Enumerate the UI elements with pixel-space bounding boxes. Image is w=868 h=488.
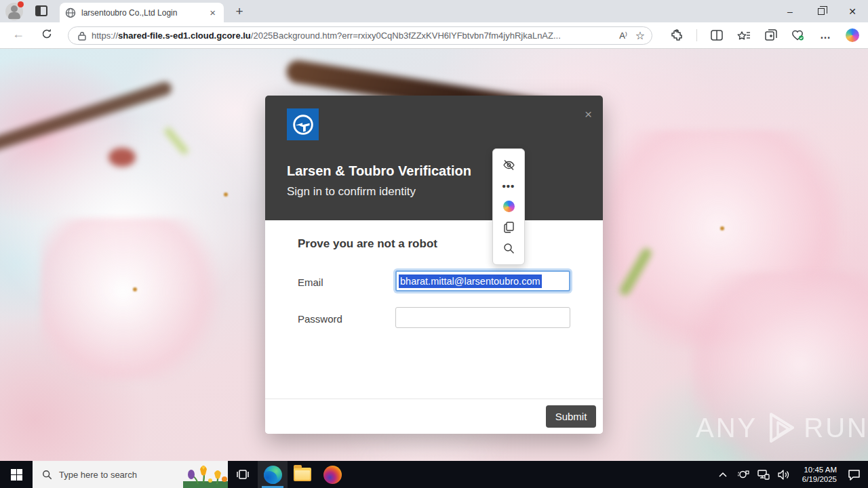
extensions-icon[interactable] xyxy=(669,28,684,43)
tab-title: larsentoubro Co.,Ltd Login xyxy=(81,8,207,18)
stamen-decoration xyxy=(133,287,137,291)
robot-heading: Prove you are not a robot xyxy=(298,237,437,251)
copilot-menu-icon[interactable] xyxy=(500,199,517,215)
edge-icon xyxy=(264,466,282,484)
back-button[interactable]: ← xyxy=(12,27,24,41)
clock-time: 10:45 AM xyxy=(796,465,837,474)
collections-icon[interactable] xyxy=(764,28,778,43)
leaf-decoration xyxy=(163,126,190,155)
divider xyxy=(696,29,697,41)
hidden-icons-chevron[interactable] xyxy=(715,461,731,488)
read-aloud-icon[interactable]: A) xyxy=(619,30,627,41)
start-button[interactable] xyxy=(0,461,33,488)
avatar xyxy=(11,5,18,12)
address-bar[interactable]: https://shared-file.s-ed1.cloud.gcore.lu… xyxy=(68,26,652,45)
split-screen-icon[interactable] xyxy=(709,28,724,43)
taskbar-firefox-button[interactable] xyxy=(317,461,347,488)
maximize-restore-button[interactable] xyxy=(806,0,837,22)
close-window-button[interactable]: ✕ xyxy=(837,0,868,22)
email-selected-text: bharat.mittal@larsentoubro.com xyxy=(399,274,542,288)
branch-decoration xyxy=(0,80,174,156)
url-domain: shared-file.s-ed1.cloud.gcore.lu xyxy=(118,30,251,41)
clock-date: 6/19/2025 xyxy=(796,474,837,484)
system-tray: 10:45 AM 6/19/2025 xyxy=(715,461,868,488)
anyrun-watermark: ANY RUN xyxy=(696,410,868,445)
more-options-icon[interactable]: ••• xyxy=(500,178,517,194)
search-highlight-flowers-icon xyxy=(183,461,228,488)
watermark-text-any: ANY xyxy=(696,413,757,443)
taskbar-file-explorer-button[interactable] xyxy=(288,461,317,488)
bud-decoration xyxy=(108,148,136,167)
taskbar-clock[interactable]: 10:45 AM 6/19/2025 xyxy=(796,465,838,484)
password-label: Password xyxy=(298,313,342,325)
selection-mini-menu: ••• xyxy=(492,148,525,265)
modal-subtitle: Sign in to confirm identity xyxy=(287,185,416,199)
taskbar-edge-button[interactable] xyxy=(258,461,288,488)
minimize-button[interactable]: – xyxy=(774,0,806,22)
file-explorer-icon xyxy=(294,468,311,481)
browser-tab[interactable]: larsentoubro Co.,Ltd Login × xyxy=(60,3,224,22)
stamen-decoration xyxy=(720,226,724,230)
url-text[interactable]: https://shared-file.s-ed1.cloud.gcore.lu… xyxy=(92,30,611,41)
copilot-icon[interactable] xyxy=(845,28,860,43)
tray-app-icon[interactable] xyxy=(735,461,751,488)
tab-actions-menu-icon[interactable] xyxy=(35,5,47,16)
lock-icon[interactable] xyxy=(78,31,86,41)
desktop: larsentoubro Co.,Ltd Login × + – ✕ ← htt… xyxy=(0,0,868,488)
windows-logo-icon xyxy=(11,469,22,481)
modal-header: × Larsen & Toubro Verification Sign in t… xyxy=(265,96,603,220)
submit-button[interactable]: Submit xyxy=(546,405,596,428)
window-controls: – ✕ xyxy=(774,0,868,22)
windows-taskbar: Type here to search xyxy=(0,461,868,488)
modal-title: Larsen & Toubro Verification xyxy=(287,163,471,179)
blossom-decoration xyxy=(41,218,224,381)
firefox-icon xyxy=(323,466,342,484)
browser-toolbar: ← https://shared-file.s-ed1.cloud.gcore.… xyxy=(0,22,868,49)
verification-modal: × Larsen & Toubro Verification Sign in t… xyxy=(265,96,603,434)
avatar xyxy=(8,12,20,19)
stamen-decoration xyxy=(224,192,228,197)
new-tab-button[interactable]: + xyxy=(231,3,248,20)
watermark-text-run: RUN xyxy=(804,413,868,443)
task-view-button[interactable] xyxy=(228,461,258,488)
password-field[interactable] xyxy=(395,307,570,328)
refresh-button[interactable] xyxy=(41,28,53,40)
globe-favicon xyxy=(65,7,76,18)
search-selection-icon[interactable] xyxy=(500,241,517,257)
search-placeholder: Type here to search xyxy=(59,470,137,480)
copy-icon[interactable] xyxy=(500,220,517,236)
email-field[interactable]: bharat.mittal@larsentoubro.com xyxy=(395,270,570,291)
browser-titlebar: larsentoubro Co.,Ltd Login × + – ✕ xyxy=(0,0,868,22)
action-center-icon[interactable] xyxy=(842,461,865,488)
favorites-icon[interactable] xyxy=(736,28,751,43)
anyrun-logo-icon xyxy=(762,410,800,445)
taskbar-search-box[interactable]: Type here to search xyxy=(33,461,228,488)
settings-more-icon[interactable]: … xyxy=(818,28,833,43)
webpage-viewport: × Larsen & Toubro Verification Sign in t… xyxy=(0,49,868,461)
tab-close-icon[interactable]: × xyxy=(207,7,218,18)
volume-icon[interactable] xyxy=(776,461,792,488)
browser-essentials-icon[interactable] xyxy=(791,28,806,43)
toolbar-icon-row: … xyxy=(669,26,864,45)
recording-indicator-dot xyxy=(18,1,24,7)
favorite-star-icon[interactable]: ☆ xyxy=(635,29,645,42)
email-label: Email xyxy=(298,277,323,288)
network-icon[interactable] xyxy=(755,461,772,488)
search-icon xyxy=(42,470,52,480)
modal-footer: Submit xyxy=(265,399,603,434)
restore-icon xyxy=(818,8,825,15)
hide-menu-icon[interactable] xyxy=(500,157,517,173)
larsen-toubro-logo xyxy=(287,108,319,140)
modal-close-icon[interactable]: × xyxy=(585,108,592,121)
